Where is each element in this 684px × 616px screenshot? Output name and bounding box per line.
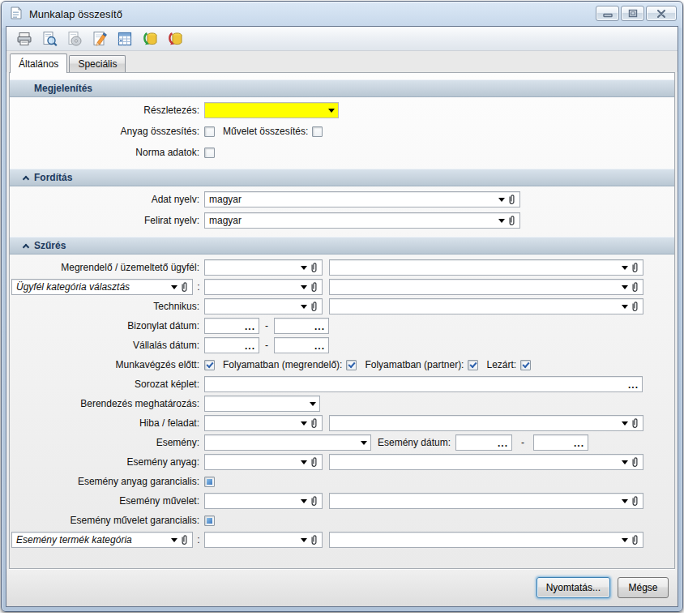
window-title: Munkalap összesítő (29, 8, 596, 20)
paperclip-icon (631, 534, 639, 546)
sorozat-keplet-field[interactable]: ... (204, 376, 643, 392)
chevron-down-icon (301, 305, 307, 309)
ellipsis-button[interactable]: ... (245, 323, 255, 333)
esemeny-termek-kategoria-selector-combobox[interactable]: Esemény termék kategória (11, 532, 193, 548)
minimize-icon (603, 10, 613, 18)
esemeny-datum-to-field[interactable]: ... (533, 434, 588, 451)
combo-value: Esemény termék kategória (16, 534, 132, 545)
section-header-szures[interactable]: Szűrés (10, 237, 674, 255)
chevron-down-icon (301, 285, 307, 289)
berendezes-meghatarozas-combobox[interactable] (204, 396, 320, 412)
munkavegzes-elott-checkbox[interactable] (204, 360, 215, 370)
export-icon (66, 31, 83, 47)
section-title: Fordítás (34, 172, 72, 183)
esemeny-anyag-combobox[interactable] (204, 454, 323, 470)
esemeny-anyag-garancialis-checkbox[interactable] (204, 477, 215, 487)
bizonylat-datum-label: Bizonylat dátum: (11, 320, 204, 332)
print-preview-button[interactable] (40, 29, 59, 49)
ellipsis-button[interactable]: ... (314, 342, 325, 353)
folyamatban-megrendelo-checkbox[interactable] (346, 360, 357, 370)
norma-adatok-checkbox[interactable] (204, 148, 215, 158)
megse-button[interactable]: Mégse (618, 577, 669, 598)
chevron-down-icon (498, 219, 505, 223)
edit-button[interactable] (90, 29, 109, 49)
maximize-icon (628, 9, 638, 18)
db-export-icon (167, 31, 183, 47)
form-row: Sorozat képlet: ... (11, 376, 674, 392)
esemeny-muvelet-secondary-combobox[interactable] (329, 493, 643, 509)
toolbar (6, 27, 678, 51)
minimize-button[interactable] (596, 6, 619, 21)
paperclip-icon (507, 215, 516, 227)
ellipsis-button[interactable]: ... (314, 323, 325, 333)
ellipsis-button[interactable]: ... (245, 342, 255, 353)
esemeny-anyag-secondary-combobox[interactable] (329, 454, 643, 470)
ellipsis-button[interactable]: ... (574, 439, 584, 450)
paperclip-icon (310, 534, 318, 546)
felirat-nyelv-combobox[interactable]: magyar (204, 212, 520, 229)
esemeny-termek-kategoria-combobox[interactable] (204, 532, 323, 548)
dialog-body: Általános Speciális Megjelenítés Részlet… (6, 26, 678, 607)
bizonylat-datum-to-field[interactable]: ... (274, 318, 329, 334)
paperclip-icon (631, 417, 639, 430)
lezart-label: Lezárt: (486, 359, 516, 370)
tab-specialis[interactable]: Speciális (69, 55, 126, 72)
esemeny-termek-kategoria-secondary-combobox[interactable] (329, 532, 643, 548)
db-import-button[interactable] (140, 29, 160, 49)
titlebar[interactable]: Munkalap összesítő (2, 2, 682, 26)
section-header-megjelenites: Megjelenítés (10, 79, 674, 97)
folyamatban-partner-checkbox[interactable] (468, 360, 478, 370)
reszletezes-combobox[interactable] (204, 102, 339, 118)
general-tab-panel: Megjelenítés Részletezés: Anyag összesít… (9, 72, 675, 569)
megrendelo-ugyfel-secondary-combobox[interactable] (329, 259, 643, 276)
folyamatban-megrendelo-label: Folyamatban (megrendelő): (223, 359, 342, 370)
chevron-down-icon (622, 305, 628, 309)
ellipsis-button[interactable]: ... (498, 439, 508, 450)
chevron-down-icon (171, 285, 177, 289)
paperclip-icon (631, 495, 639, 507)
ugyfel-kategoria-selector-combobox[interactable]: Ügyfél kategória választás (11, 279, 193, 295)
adat-nyelv-combobox[interactable]: magyar (204, 191, 520, 207)
esemeny-combobox[interactable] (204, 434, 371, 451)
export-button[interactable] (65, 29, 84, 49)
chevron-down-icon (301, 460, 307, 464)
nyomtatas-button[interactable]: Nyomtatás... (537, 577, 610, 598)
anyag-osszesites-checkbox[interactable] (204, 126, 215, 137)
esemeny-datum-from-field[interactable]: ... (455, 434, 512, 451)
megrendelo-ugyfel-combobox[interactable] (204, 259, 323, 276)
print-button[interactable] (15, 29, 34, 49)
ugyfel-kategoria-combobox[interactable] (204, 279, 323, 295)
bizonylat-datum-from-field[interactable]: ... (204, 318, 259, 334)
ellipsis-button[interactable]: ... (628, 381, 639, 391)
esemeny-muvelet-garancialis-checkbox[interactable] (204, 515, 215, 526)
form-row: Felirat nyelv: magyar (11, 212, 674, 229)
paperclip-icon (310, 456, 318, 468)
hiba-feladat-secondary-combobox[interactable] (329, 415, 643, 431)
chevron-down-icon (622, 421, 628, 426)
form-row: Esemény anyag garancialis: (11, 473, 674, 490)
table-button[interactable] (115, 29, 135, 49)
technikus-secondary-combobox[interactable] (329, 298, 643, 314)
section-title: Szűrés (34, 240, 66, 251)
close-button[interactable] (646, 6, 677, 21)
maximize-button[interactable] (621, 6, 644, 21)
ugyfel-kategoria-secondary-combobox[interactable] (329, 279, 643, 295)
esemeny-anyag-label: Esemény anyag: (11, 456, 204, 468)
vallalas-datum-to-field[interactable]: ... (274, 337, 329, 353)
chevron-down-icon (171, 538, 177, 542)
form-row: Technikus: (11, 298, 674, 314)
section-header-forditas[interactable]: Fordítás (10, 169, 674, 186)
technikus-combobox[interactable] (204, 298, 323, 314)
hiba-feladat-combobox[interactable] (204, 415, 323, 431)
muvelet-osszesites-checkbox[interactable] (312, 126, 323, 137)
lezart-checkbox[interactable] (520, 360, 531, 370)
combo-value: Ügyfél kategória választás (16, 281, 130, 293)
tab-altalanos[interactable]: Általános (10, 53, 67, 73)
form-row: Anyag összesítés: Művelet összesítés: (11, 123, 674, 139)
vallalas-datum-from-field[interactable]: ... (204, 337, 259, 353)
muvelet-osszesites-label: Művelet összesítés: (223, 126, 308, 137)
esemeny-muvelet-combobox[interactable] (204, 493, 323, 509)
chevron-down-icon (301, 266, 307, 270)
app-icon (10, 6, 23, 22)
db-export-button[interactable] (165, 29, 185, 49)
